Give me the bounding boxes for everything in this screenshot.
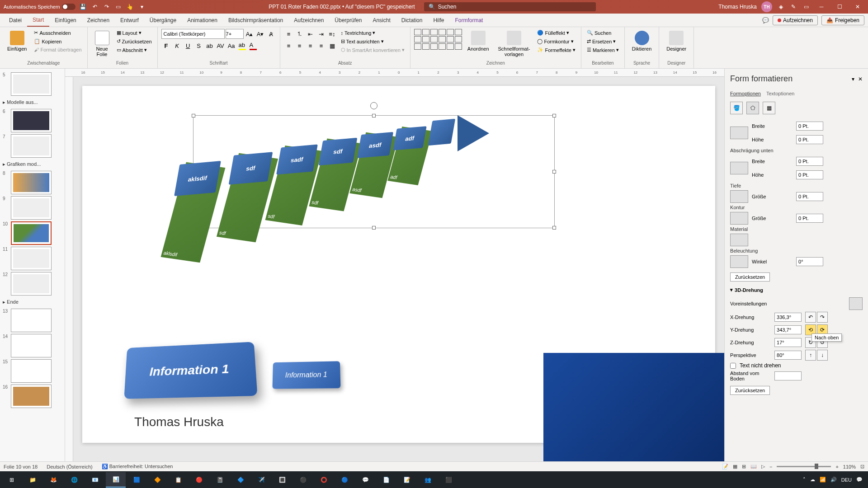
thumb-9[interactable] [11,196,52,220]
copy-button[interactable]: 📋 Kopieren [32,38,83,45]
thumb-13[interactable] [11,309,52,332]
section-ende[interactable]: ▸ Ende [2,297,63,307]
document-title[interactable]: PPT 01 Roter Faden 002.pptx • Auf "diese… [269,4,415,10]
align-text-button[interactable]: ⊟ Text ausrichten ▾ [339,38,406,45]
tab-ueberpruefen[interactable]: Überprüfen [329,14,367,26]
distance-from-ground-input[interactable] [774,371,802,380]
visio-icon[interactable]: 🔷 [231,472,250,488]
font-color-button[interactable]: A [248,41,258,51]
rotate-handle[interactable] [370,102,377,109]
increase-indent-button[interactable]: ⇥ [316,29,326,39]
reading-view-button[interactable]: 📖 [750,464,757,469]
reset-3drotation-button[interactable]: Zurücksetzen [730,386,770,395]
resize-handle-br[interactable] [552,226,556,230]
powerpoint-icon[interactable]: 📊 [106,472,126,488]
thumb-14[interactable] [11,334,52,357]
depth-size-input[interactable] [796,192,823,201]
quick-styles-button[interactable]: Schnellformat- vorlagen [495,29,534,59]
app-icon-5[interactable]: ⭕ [314,472,334,488]
tab-dictation[interactable]: Dictation [396,14,428,26]
blue-block-3[interactable]: sadf [276,145,318,175]
thumb-7[interactable] [11,134,52,158]
undo-icon[interactable]: ↶ [91,3,99,11]
sorter-view-button[interactable]: ⊞ [742,464,746,469]
tray-volume-icon[interactable]: 🔊 [830,477,837,483]
bevel-bottom-height-input[interactable] [796,170,823,179]
tab-ansicht[interactable]: Ansicht [367,14,396,26]
tray-chevron-icon[interactable]: ˄ [803,477,806,483]
info-box-1[interactable]: Information 1 [124,342,257,399]
tab-start[interactable]: Start [27,14,49,27]
thumb-15[interactable] [11,359,52,383]
tab-uebergaenge[interactable]: Übergänge [144,14,182,26]
thumb-12[interactable] [11,272,52,296]
shape-effects-button[interactable]: ✨ Formeffekte ▾ [535,46,577,54]
case-button[interactable]: Aa [226,41,236,51]
from-beginning-icon[interactable]: ▭ [114,3,123,11]
fill-line-icon[interactable]: 🪣 [730,102,743,114]
find-button[interactable]: 🔍 Suchen [585,29,621,37]
pen-icon[interactable]: ✎ [789,3,797,11]
replace-button[interactable]: ⇄ Ersetzen ▾ [585,38,621,45]
app-icon-7[interactable]: 💬 [355,472,375,488]
align-left-button[interactable]: ≡ [284,41,294,51]
tray-notifications-icon[interactable]: 💬 [856,477,863,483]
tray-language[interactable]: DEU [841,477,852,483]
arrange-button[interactable]: Anordnen [464,29,493,53]
resize-handle-mr[interactable] [552,170,556,174]
pane-tab-text[interactable]: Textoptionen [766,89,794,98]
resize-handle-tm[interactable] [372,114,376,117]
thumb-5[interactable] [11,72,52,96]
accessibility-status[interactable]: ♿ Barrierefreiheit: Untersuchen [102,464,173,469]
thumb-8[interactable] [11,171,52,194]
perspective-up-button[interactable]: ↑ [805,350,816,361]
designer-button[interactable]: Designer [663,29,690,53]
x-rotate-right-button[interactable]: ↷ [817,312,828,323]
teams-icon[interactable]: 👥 [418,472,438,488]
maximize-button[interactable]: ☐ [833,2,846,11]
decrease-indent-button[interactable]: ⇤ [306,29,316,39]
record-button[interactable]: Aufzeichnen [773,15,818,25]
format-painter-button[interactable]: 🖌 Format übertragen [32,46,83,53]
size-props-icon[interactable]: ▦ [763,102,775,114]
tab-animationen[interactable]: Animationen [182,14,223,26]
autosave-toggle[interactable]: Automatisches Speichern [4,4,75,10]
search-box[interactable]: 🔍 Suchen [424,2,596,11]
spacing-button[interactable]: AV [216,41,226,51]
start-button[interactable]: ⊞ [2,472,22,488]
effects-icon[interactable]: ⬠ [746,102,759,114]
text-direction-button[interactable]: ↕ Textrichtung ▾ [339,29,406,37]
x-rotation-input[interactable] [774,313,802,322]
tab-einfuegen[interactable]: Einfügen [49,14,81,26]
lighting-swatch[interactable] [730,255,748,268]
telegram-icon[interactable]: ✈️ [251,472,271,488]
info-box-2[interactable]: Information 1 [273,361,341,389]
y-rotation-input[interactable] [774,325,802,334]
material-swatch[interactable] [730,234,748,246]
shadow-button[interactable]: ab [205,41,215,51]
tab-hilfe[interactable]: Hilfe [428,14,449,26]
blue-block-1[interactable]: aklsdif [174,161,221,196]
onenote-icon[interactable]: 📓 [210,472,230,488]
app-icon-3[interactable]: 🔴 [189,472,209,488]
section-grafiken[interactable]: ▸ Grafiken mod... [2,160,63,169]
contour-size-input[interactable] [796,214,823,223]
shape-outline-button[interactable]: ◯ Formkontur ▾ [535,38,577,45]
tab-aufzeichnen[interactable]: Aufzeichnen [288,14,329,26]
vlc-icon[interactable]: 🔶 [147,472,167,488]
blue-block-5[interactable]: asdf [357,132,393,158]
bevel-top-swatch[interactable] [730,127,748,139]
new-slide-button[interactable]: Neue Folie [91,29,113,59]
section-3d-rotation[interactable]: ▾ 3D-Drehung [730,284,863,296]
chrome-icon[interactable]: 🌐 [64,472,84,488]
thumb-6[interactable] [11,109,52,132]
zoom-in-button[interactable]: + [835,464,838,469]
preset-swatch[interactable] [849,297,863,310]
save-icon[interactable]: 💾 [79,3,87,11]
app-icon-4[interactable]: 🔳 [272,472,292,488]
pane-tab-form[interactable]: Formoptionen [730,89,761,98]
bevel-top-height-input[interactable] [796,135,823,144]
bevel-bottom-swatch[interactable] [730,162,748,174]
bold-button[interactable]: F [161,41,171,51]
explorer-icon[interactable]: 📁 [23,472,42,488]
